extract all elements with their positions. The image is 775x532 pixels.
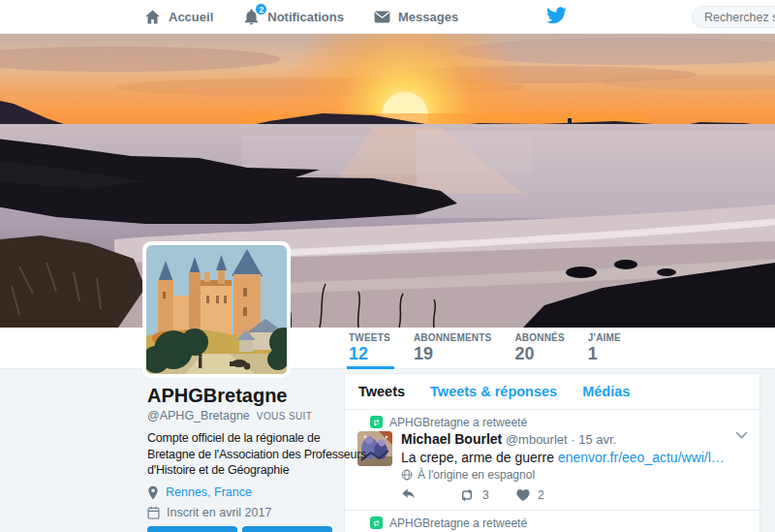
notifications-badge: 2 bbox=[255, 3, 267, 16]
chevron-down-icon bbox=[735, 431, 748, 439]
tweet-author-handle[interactable]: @mbourlet bbox=[506, 432, 568, 447]
retweet-count: 3 bbox=[482, 488, 489, 502]
tweet-body: Michael Bourlet @mbourlet · 15 avr. La c… bbox=[401, 431, 748, 510]
calendar-icon bbox=[147, 506, 160, 519]
profile-summary: APHGBretagne @APHG_BretagneVous suit Com… bbox=[147, 384, 368, 532]
profile-joined: Inscrit en avril 2017 bbox=[167, 505, 271, 521]
nav-items: Accueil 2 Notifications Messages bbox=[143, 0, 458, 33]
tweet-to-button[interactable] bbox=[147, 526, 237, 532]
stats-tabs: Tweets 12 Abonnements 19 Abonnés 20 J'ai… bbox=[347, 328, 642, 369]
bell-icon: 2 bbox=[242, 8, 261, 26]
like-button[interactable]: 2 bbox=[515, 487, 573, 502]
message-button[interactable] bbox=[242, 526, 332, 532]
profile-bio: Compte officiel de la régionale de Breta… bbox=[147, 430, 368, 479]
home-icon bbox=[143, 8, 162, 26]
tweets-feed-card: Tweets Tweets & réponses Médias APHGBret… bbox=[344, 373, 760, 532]
profile-joined-row: Inscrit en avril 2017 bbox=[147, 505, 368, 521]
retweet-button[interactable]: 3 bbox=[458, 487, 515, 502]
nav-item-messages[interactable]: Messages bbox=[373, 8, 458, 26]
globe-icon bbox=[401, 469, 413, 481]
retweet-indicator: APHGBretagne a retweeté bbox=[370, 515, 748, 531]
profile-location[interactable]: Rennes, France bbox=[166, 485, 252, 501]
profile-handle[interactable]: @APHG_Bretagne bbox=[147, 409, 250, 422]
tweet[interactable]: APHGBretagne a retweeté bbox=[345, 410, 760, 511]
profile-avatar[interactable] bbox=[142, 241, 291, 378]
nav-item-notifications[interactable]: 2 Notifications bbox=[242, 8, 344, 26]
top-navigation-bar: Accueil 2 Notifications Messages bbox=[0, 0, 775, 34]
tweet-author-name[interactable]: Michael Bourlet bbox=[401, 431, 502, 447]
tweet-translation-note: À l'origine en espagnol bbox=[401, 468, 748, 482]
retweet-label: APHGBretagne a retweeté bbox=[389, 516, 527, 530]
stat-likes[interactable]: J'aime 1 bbox=[586, 328, 642, 369]
twitter-bird-icon[interactable] bbox=[546, 7, 567, 28]
retweet-icon bbox=[458, 488, 476, 502]
retweet-badge-icon bbox=[370, 416, 383, 428]
stat-tweets[interactable]: Tweets 12 bbox=[347, 328, 412, 369]
like-count: 2 bbox=[538, 488, 544, 502]
profile-location-row: Rennes, France bbox=[147, 485, 368, 501]
tweet-name-row: Michael Bourlet @mbourlet · 15 avr. bbox=[401, 431, 748, 448]
tweet-main: Michael Bourlet @mbourlet · 15 avr. La c… bbox=[357, 431, 748, 510]
tweet-options-button[interactable] bbox=[735, 425, 748, 443]
tweet[interactable]: APHGBretagne a retweeté Michael Bourlet bbox=[345, 511, 760, 532]
profile-handle-row: @APHG_BretagneVous suit bbox=[147, 409, 368, 423]
retweet-badge-icon bbox=[370, 516, 383, 529]
twitter-profile-page: Accueil 2 Notifications Messages bbox=[0, 0, 775, 532]
tweet-link[interactable]: enenvor.fr/eeo_actu/wwi/l… bbox=[558, 450, 725, 465]
follows-you-badge: Vous suit bbox=[257, 411, 313, 422]
stat-following[interactable]: Abonnements 19 bbox=[412, 328, 513, 369]
nav-item-label: Accueil bbox=[169, 10, 213, 24]
nav-item-home[interactable]: Accueil bbox=[143, 8, 213, 26]
tab-tweets-replies[interactable]: Tweets & réponses bbox=[430, 384, 557, 399]
tweet-text: La crepe, arme de guerre enenvor.fr/eeo_… bbox=[401, 449, 748, 466]
tweet-actions: 3 2 bbox=[401, 487, 748, 510]
tab-media[interactable]: Médias bbox=[582, 384, 630, 399]
date-separator: · bbox=[571, 432, 574, 447]
profile-stats-bar: Tweets 12 Abonnements 19 Abonnés 20 J'ai… bbox=[0, 328, 775, 369]
heart-icon bbox=[515, 487, 531, 502]
reply-icon bbox=[401, 487, 417, 502]
search-input[interactable] bbox=[692, 6, 775, 28]
tweet-options-button[interactable] bbox=[735, 526, 748, 532]
retweet-indicator: APHGBretagne a retweeté bbox=[370, 414, 748, 430]
envelope-icon bbox=[373, 8, 391, 26]
nav-item-label: Messages bbox=[398, 10, 458, 24]
nav-item-label: Notifications bbox=[267, 10, 344, 24]
retweet-label: APHGBretagne a retweeté bbox=[389, 416, 527, 429]
profile-action-buttons bbox=[147, 526, 368, 532]
stat-followers[interactable]: Abonnés 20 bbox=[512, 328, 585, 369]
profile-banner-photo[interactable] bbox=[0, 34, 775, 328]
feed-tabs: Tweets Tweets & réponses Médias bbox=[345, 374, 760, 410]
tweet-date[interactable]: 15 avr. bbox=[578, 432, 616, 447]
profile-name[interactable]: APHGBretagne bbox=[147, 384, 368, 407]
location-pin-icon bbox=[147, 485, 159, 500]
reply-button[interactable] bbox=[401, 487, 458, 502]
